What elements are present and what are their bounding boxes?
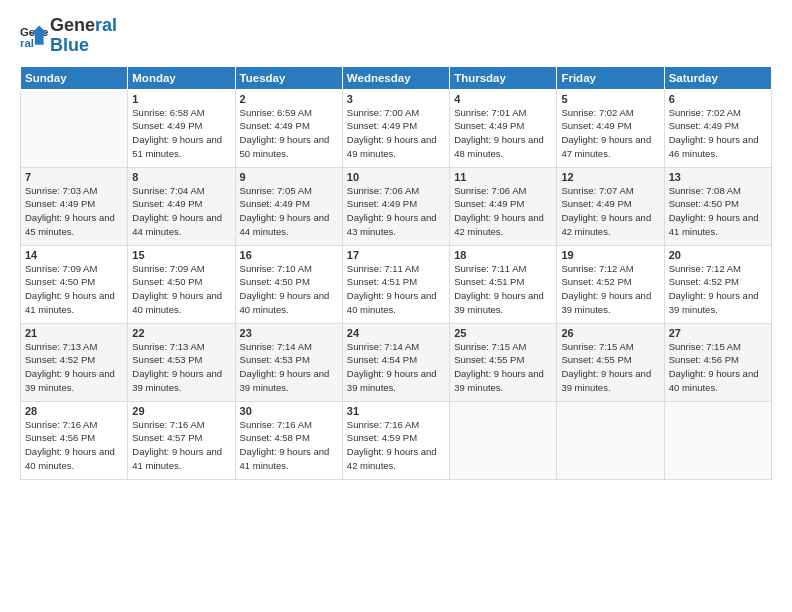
sunset: Sunset: 4:49 PM xyxy=(347,119,445,133)
daylight: Daylight: 9 hours and 49 minutes. xyxy=(347,133,445,161)
day-number: 23 xyxy=(240,327,338,339)
sunrise: Sunrise: 7:03 AM xyxy=(25,184,123,198)
day-number: 5 xyxy=(561,93,659,105)
calendar-cell: 7Sunrise: 7:03 AMSunset: 4:49 PMDaylight… xyxy=(21,167,128,245)
sunset: Sunset: 4:49 PM xyxy=(25,197,123,211)
sunrise: Sunrise: 7:09 AM xyxy=(25,262,123,276)
col-header-wednesday: Wednesday xyxy=(342,66,449,89)
sunset: Sunset: 4:50 PM xyxy=(669,197,767,211)
daylight: Daylight: 9 hours and 48 minutes. xyxy=(454,133,552,161)
logo-icon: Gene ral xyxy=(20,22,48,50)
daylight: Daylight: 9 hours and 40 minutes. xyxy=(347,289,445,317)
daylight: Daylight: 9 hours and 42 minutes. xyxy=(561,211,659,239)
daylight: Daylight: 9 hours and 47 minutes. xyxy=(561,133,659,161)
calendar-cell: 29Sunrise: 7:16 AMSunset: 4:57 PMDayligh… xyxy=(128,401,235,479)
sunrise: Sunrise: 6:59 AM xyxy=(240,106,338,120)
sunset: Sunset: 4:49 PM xyxy=(132,197,230,211)
sunrise: Sunrise: 7:00 AM xyxy=(347,106,445,120)
daylight: Daylight: 9 hours and 39 minutes. xyxy=(25,367,123,395)
calendar-cell: 9Sunrise: 7:05 AMSunset: 4:49 PMDaylight… xyxy=(235,167,342,245)
sunrise: Sunrise: 7:16 AM xyxy=(25,418,123,432)
calendar-page: Gene ral General Blue SundayMondayTuesda… xyxy=(0,0,792,612)
calendar-cell: 13Sunrise: 7:08 AMSunset: 4:50 PMDayligh… xyxy=(664,167,771,245)
sunrise: Sunrise: 7:06 AM xyxy=(454,184,552,198)
sunset: Sunset: 4:59 PM xyxy=(347,431,445,445)
daylight: Daylight: 9 hours and 51 minutes. xyxy=(132,133,230,161)
day-number: 30 xyxy=(240,405,338,417)
day-number: 9 xyxy=(240,171,338,183)
sunrise: Sunrise: 6:58 AM xyxy=(132,106,230,120)
daylight: Daylight: 9 hours and 39 minutes. xyxy=(347,367,445,395)
calendar-cell: 18Sunrise: 7:11 AMSunset: 4:51 PMDayligh… xyxy=(450,245,557,323)
day-number: 20 xyxy=(669,249,767,261)
calendar-cell: 1Sunrise: 6:58 AMSunset: 4:49 PMDaylight… xyxy=(128,89,235,167)
svg-text:ral: ral xyxy=(20,37,34,49)
sunset: Sunset: 4:52 PM xyxy=(561,275,659,289)
calendar-cell: 15Sunrise: 7:09 AMSunset: 4:50 PMDayligh… xyxy=(128,245,235,323)
day-number: 6 xyxy=(669,93,767,105)
calendar-cell: 4Sunrise: 7:01 AMSunset: 4:49 PMDaylight… xyxy=(450,89,557,167)
daylight: Daylight: 9 hours and 39 minutes. xyxy=(240,367,338,395)
daylight: Daylight: 9 hours and 46 minutes. xyxy=(669,133,767,161)
daylight: Daylight: 9 hours and 39 minutes. xyxy=(561,289,659,317)
calendar-cell xyxy=(664,401,771,479)
sunset: Sunset: 4:57 PM xyxy=(132,431,230,445)
sunset: Sunset: 4:56 PM xyxy=(669,353,767,367)
day-number: 11 xyxy=(454,171,552,183)
sunset: Sunset: 4:49 PM xyxy=(240,197,338,211)
col-header-thursday: Thursday xyxy=(450,66,557,89)
day-number: 14 xyxy=(25,249,123,261)
sunrise: Sunrise: 7:04 AM xyxy=(132,184,230,198)
sunrise: Sunrise: 7:14 AM xyxy=(240,340,338,354)
day-number: 10 xyxy=(347,171,445,183)
sunset: Sunset: 4:52 PM xyxy=(669,275,767,289)
day-number: 18 xyxy=(454,249,552,261)
calendar-cell: 27Sunrise: 7:15 AMSunset: 4:56 PMDayligh… xyxy=(664,323,771,401)
daylight: Daylight: 9 hours and 40 minutes. xyxy=(240,289,338,317)
day-number: 31 xyxy=(347,405,445,417)
sunset: Sunset: 4:49 PM xyxy=(561,119,659,133)
sunrise: Sunrise: 7:01 AM xyxy=(454,106,552,120)
daylight: Daylight: 9 hours and 39 minutes. xyxy=(454,367,552,395)
sunrise: Sunrise: 7:15 AM xyxy=(561,340,659,354)
sunset: Sunset: 4:50 PM xyxy=(240,275,338,289)
daylight: Daylight: 9 hours and 40 minutes. xyxy=(132,289,230,317)
col-header-sunday: Sunday xyxy=(21,66,128,89)
sunrise: Sunrise: 7:07 AM xyxy=(561,184,659,198)
sunset: Sunset: 4:49 PM xyxy=(669,119,767,133)
calendar-cell: 3Sunrise: 7:00 AMSunset: 4:49 PMDaylight… xyxy=(342,89,449,167)
daylight: Daylight: 9 hours and 41 minutes. xyxy=(669,211,767,239)
col-header-tuesday: Tuesday xyxy=(235,66,342,89)
logo-text: General Blue xyxy=(50,16,117,56)
calendar-table: SundayMondayTuesdayWednesdayThursdayFrid… xyxy=(20,66,772,480)
day-number: 4 xyxy=(454,93,552,105)
logo: Gene ral General Blue xyxy=(20,16,117,56)
sunset: Sunset: 4:53 PM xyxy=(132,353,230,367)
sunrise: Sunrise: 7:10 AM xyxy=(240,262,338,276)
daylight: Daylight: 9 hours and 42 minutes. xyxy=(347,445,445,473)
calendar-cell: 21Sunrise: 7:13 AMSunset: 4:52 PMDayligh… xyxy=(21,323,128,401)
calendar-cell xyxy=(557,401,664,479)
sunset: Sunset: 4:53 PM xyxy=(240,353,338,367)
col-header-saturday: Saturday xyxy=(664,66,771,89)
sunset: Sunset: 4:49 PM xyxy=(240,119,338,133)
day-number: 29 xyxy=(132,405,230,417)
daylight: Daylight: 9 hours and 42 minutes. xyxy=(454,211,552,239)
calendar-cell: 10Sunrise: 7:06 AMSunset: 4:49 PMDayligh… xyxy=(342,167,449,245)
col-header-monday: Monday xyxy=(128,66,235,89)
calendar-cell: 16Sunrise: 7:10 AMSunset: 4:50 PMDayligh… xyxy=(235,245,342,323)
calendar-cell: 2Sunrise: 6:59 AMSunset: 4:49 PMDaylight… xyxy=(235,89,342,167)
day-number: 12 xyxy=(561,171,659,183)
calendar-cell: 6Sunrise: 7:02 AMSunset: 4:49 PMDaylight… xyxy=(664,89,771,167)
day-number: 15 xyxy=(132,249,230,261)
calendar-cell: 8Sunrise: 7:04 AMSunset: 4:49 PMDaylight… xyxy=(128,167,235,245)
calendar-cell: 24Sunrise: 7:14 AMSunset: 4:54 PMDayligh… xyxy=(342,323,449,401)
sunrise: Sunrise: 7:16 AM xyxy=(240,418,338,432)
daylight: Daylight: 9 hours and 40 minutes. xyxy=(25,445,123,473)
sunset: Sunset: 4:50 PM xyxy=(25,275,123,289)
calendar-cell xyxy=(21,89,128,167)
calendar-cell: 12Sunrise: 7:07 AMSunset: 4:49 PMDayligh… xyxy=(557,167,664,245)
col-header-friday: Friday xyxy=(557,66,664,89)
sunset: Sunset: 4:49 PM xyxy=(132,119,230,133)
day-number: 19 xyxy=(561,249,659,261)
